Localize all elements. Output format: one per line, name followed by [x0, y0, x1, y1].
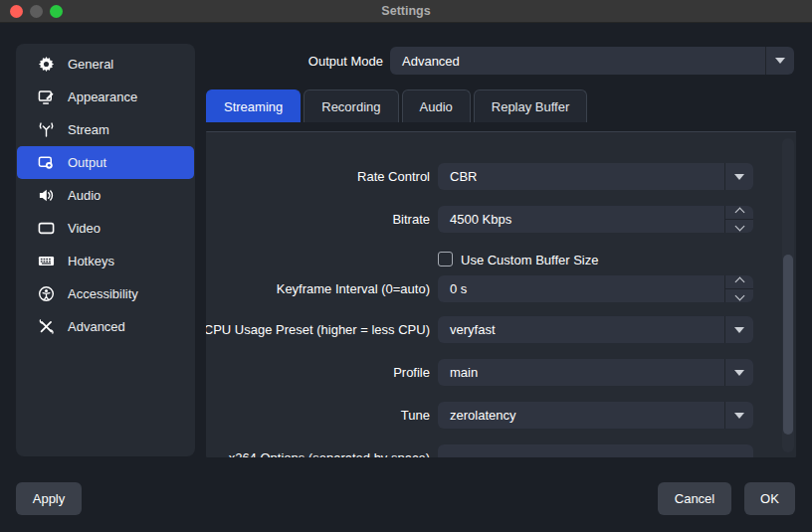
sidebar-item-appearance[interactable]: Appearance [17, 81, 194, 113]
appearance-icon [37, 89, 55, 106]
streaming-settings-panel: Rate Control CBR Bitrate 4500 Kbps Use C… [206, 131, 796, 457]
profile-label: Profile [206, 359, 430, 386]
bitrate-value: 4500 Kbps [438, 206, 724, 233]
dropdown-button[interactable] [765, 47, 794, 75]
sidebar-item-label: General [68, 57, 113, 72]
tune-value: zerolatency [438, 402, 724, 429]
divider [725, 219, 753, 220]
tab-audio[interactable]: Audio [402, 89, 471, 122]
bitrate-label: Bitrate [206, 206, 430, 233]
output-mode-select[interactable]: Advanced [390, 47, 794, 75]
sidebar-item-label: Video [68, 221, 101, 236]
sidebar-item-video[interactable]: Video [17, 212, 194, 245]
output-tabs: Streaming Recording Audio Replay Buffer [206, 89, 587, 122]
use-custom-buffer-size-label: Use Custom Buffer Size [461, 247, 598, 273]
dropdown-button[interactable] [724, 402, 753, 429]
profile-select[interactable]: main [438, 359, 753, 386]
dropdown-button[interactable] [724, 163, 753, 190]
sidebar-item-stream[interactable]: Stream [17, 113, 194, 146]
x264-options-input[interactable] [438, 444, 753, 457]
sidebar-item-label: Hotkeys [68, 254, 114, 268]
sidebar-item-accessibility[interactable]: Accessibility [17, 277, 194, 310]
sidebar-item-hotkeys[interactable]: Hotkeys [17, 245, 194, 277]
bitrate-spinbox[interactable]: 4500 Kbps [438, 206, 753, 233]
chevron-up-icon [734, 277, 744, 287]
titlebar: Settings [0, 0, 812, 23]
sidebar-item-label: Appearance [68, 89, 137, 104]
monitor-icon [37, 220, 55, 238]
sidebar-item-label: Stream [68, 122, 109, 137]
gear-icon [37, 56, 55, 74]
chevron-up-icon [734, 208, 744, 218]
sidebar-item-general[interactable]: General [17, 48, 194, 81]
cpu-usage-preset-value: veryfast [438, 316, 724, 343]
keyframe-interval-value: 0 s [438, 275, 724, 302]
tab-label: Recording [321, 99, 380, 114]
x264-options-value [438, 444, 753, 457]
sidebar-item-label: Accessibility [68, 286, 138, 301]
keyframe-interval-label: Keyframe Interval (0=auto) [206, 275, 430, 302]
chevron-down-icon [775, 58, 785, 64]
chevron-down-icon [734, 327, 744, 333]
speaker-icon [37, 187, 55, 205]
chevron-down-icon [734, 370, 744, 376]
window-title: Settings [381, 4, 430, 18]
window-controls [10, 0, 63, 23]
tab-label: Streaming [224, 99, 283, 114]
minimize-window-button[interactable] [30, 5, 43, 18]
cancel-button[interactable]: Cancel [658, 482, 731, 515]
settings-sidebar: General Appearance Stream Output Audio V… [16, 44, 195, 456]
tab-recording[interactable]: Recording [304, 89, 398, 122]
use-custom-buffer-size-checkbox[interactable] [438, 252, 453, 266]
cpu-usage-preset-select[interactable]: veryfast [438, 316, 753, 343]
tools-icon [37, 318, 55, 336]
tune-label: Tune [206, 402, 430, 429]
sidebar-item-output[interactable]: Output [17, 146, 194, 179]
rate-control-value: CBR [438, 163, 724, 190]
sidebar-item-audio[interactable]: Audio [17, 179, 194, 212]
ok-button[interactable]: OK [744, 482, 795, 515]
spin-buttons[interactable] [724, 275, 753, 302]
rate-control-select[interactable]: CBR [438, 163, 753, 190]
profile-value: main [438, 359, 724, 386]
zoom-window-button[interactable] [50, 5, 63, 18]
divider [725, 288, 753, 289]
sidebar-item-advanced[interactable]: Advanced [17, 310, 194, 343]
vertical-scrollbar[interactable] [782, 138, 794, 452]
close-window-button[interactable] [10, 5, 23, 18]
tab-label: Audio [420, 99, 453, 114]
chevron-down-icon [734, 222, 744, 232]
dropdown-button[interactable] [724, 316, 753, 343]
dropdown-button[interactable] [724, 359, 753, 386]
output-icon [37, 154, 55, 172]
accessibility-icon [37, 285, 55, 303]
keyboard-icon [37, 253, 55, 270]
sidebar-item-label: Output [68, 155, 106, 170]
scrollbar-thumb[interactable] [783, 255, 793, 435]
chevron-down-icon [734, 291, 744, 301]
tab-label: Replay Buffer [492, 99, 570, 114]
cpu-usage-preset-label: CPU Usage Preset (higher = less CPU) [206, 316, 430, 343]
tab-streaming[interactable]: Streaming [206, 89, 301, 122]
spin-buttons[interactable] [724, 206, 753, 233]
stream-icon [37, 121, 55, 139]
chevron-down-icon [734, 413, 744, 419]
sidebar-item-label: Audio [68, 188, 101, 203]
apply-button[interactable]: Apply [16, 482, 82, 515]
keyframe-interval-spinbox[interactable]: 0 s [438, 275, 753, 302]
output-mode-value: Advanced [390, 47, 765, 75]
chevron-down-icon [734, 174, 744, 180]
x264-options-label: x264 Options (separated by space) [206, 444, 430, 457]
tune-select[interactable]: zerolatency [438, 402, 753, 429]
rate-control-label: Rate Control [206, 163, 430, 190]
sidebar-item-label: Advanced [68, 319, 125, 334]
output-mode-label: Output Mode [239, 47, 383, 75]
tab-replay-buffer[interactable]: Replay Buffer [474, 89, 588, 122]
